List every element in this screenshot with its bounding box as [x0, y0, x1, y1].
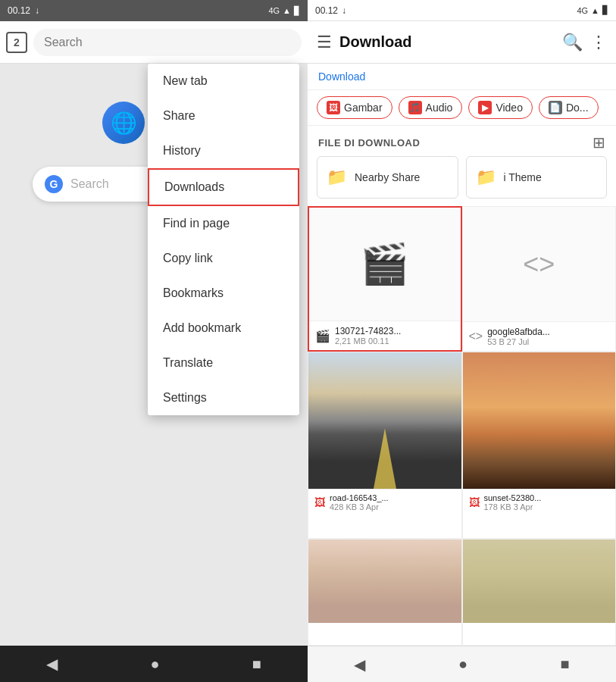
recents-button[interactable]: ■: [252, 655, 261, 673]
search-placeholder-text: Search: [44, 36, 83, 49]
folder-icon-theme: 📁: [476, 167, 496, 187]
folder-i-theme[interactable]: 📁 i Theme: [466, 156, 608, 199]
video-file-details: 130721-74823... 2,21 MB 00.11: [335, 326, 401, 346]
video-file-meta: 2,21 MB 00.11: [335, 336, 401, 346]
folder-icon-nearby: 📁: [327, 167, 347, 187]
menu-item-settings[interactable]: Settings: [148, 380, 299, 415]
browser-toolbar: 2 Search: [0, 21, 308, 64]
menu-item-bookmarks[interactable]: Bookmarks: [148, 276, 299, 311]
grass-photo-thumb: [463, 540, 616, 623]
page-title: Download: [339, 33, 555, 51]
road-photo-icon: 🖼: [314, 496, 325, 508]
right-time: 00.12: [315, 5, 338, 16]
chip-doc[interactable]: 📄 Do...: [539, 96, 599, 119]
section-label: FILE DI DOWNLOAD: [318, 137, 420, 149]
left-download-indicator: ↓: [35, 5, 39, 16]
video-thumbnail: 🎬: [309, 208, 461, 321]
code-icon-big: <>: [523, 249, 555, 280]
file-video[interactable]: 🎬 🎬 130721-74823... 2,21 MB 00.11: [308, 206, 462, 352]
sunset-photo-details: sunset-52380... 178 KB 3 Apr: [484, 493, 542, 512]
doc-chip-label: Do...: [566, 102, 589, 114]
right-back-button[interactable]: ◀: [354, 655, 365, 674]
audio-chip-label: Audio: [426, 102, 453, 114]
video-clapboard-icon: 🎬: [360, 241, 409, 287]
right-nav-bar: ◀ ● ■: [308, 646, 616, 682]
video-chip-icon: ▶: [478, 101, 492, 114]
road-photo-info: 🖼 road-166543_... 428 KB 3 Apr: [308, 489, 461, 515]
video-type-icon: 🎬: [315, 329, 330, 343]
road-photo-name: road-166543_...: [330, 493, 389, 502]
code-type-icon: <>: [469, 330, 483, 343]
code-file-name: google8afbda...: [487, 327, 550, 337]
sunset-photo-meta: 178 KB 3 Apr: [484, 502, 542, 512]
section-header: FILE DI DOWNLOAD ⊞: [308, 126, 616, 156]
file-code[interactable]: <> <> google8afbda... 53 B 27 Jul: [462, 206, 617, 352]
back-button[interactable]: ◀: [46, 655, 58, 673]
left-status-right: 4G ▲ ▊: [268, 6, 300, 16]
road-photo-details: road-166543_... 428 KB 3 Apr: [330, 493, 389, 512]
list-view-button[interactable]: ⊞: [593, 133, 605, 152]
menu-item-find-in-page[interactable]: Find in page: [148, 206, 299, 241]
right-toolbar: ☰ Download 🔍 ⋮: [308, 21, 616, 64]
right-network: 4G: [577, 6, 588, 15]
kite-photo-thumb: [308, 540, 461, 623]
home-button[interactable]: ●: [150, 655, 159, 673]
code-file-meta: 53 B 27 Jul: [487, 337, 550, 346]
road-photo-thumb: [308, 352, 461, 489]
sunset-photo-icon: 🖼: [469, 496, 480, 508]
google-logo: G: [45, 175, 63, 193]
right-home-button[interactable]: ●: [458, 655, 467, 673]
photo-grass[interactable]: [462, 539, 617, 646]
left-status-time-area: 00.12 ↓: [8, 5, 39, 16]
left-status-bar: 00.12 ↓ 4G ▲ ▊: [0, 0, 308, 21]
code-file-details: google8afbda... 53 B 27 Jul: [487, 327, 550, 346]
menu-item-translate[interactable]: Translate: [148, 346, 299, 380]
bottom-search-placeholder: Search: [70, 177, 109, 191]
hamburger-menu-button[interactable]: ☰: [317, 33, 332, 52]
folder-nearby-share-label: Nearby Share: [355, 171, 420, 183]
video-file-name: 130721-74823...: [335, 326, 401, 336]
code-file-info: <> google8afbda... 53 B 27 Jul: [463, 321, 616, 351]
breadcrumb-download-link[interactable]: Download: [318, 70, 365, 83]
folder-nearby-share[interactable]: 📁 Nearby Share: [317, 156, 458, 199]
left-panel: 00.12 ↓ 4G ▲ ▊ 2 Search New tab Share Hi…: [0, 0, 308, 682]
sunset-photo-thumb: [463, 352, 616, 489]
photo-sunset[interactable]: 🖼 sunset-52380... 178 KB 3 Apr: [462, 352, 617, 538]
road-photo-meta: 428 KB 3 Apr: [330, 502, 389, 512]
chip-audio[interactable]: 🎵 Audio: [399, 96, 463, 119]
chip-video[interactable]: ▶ Video: [468, 96, 533, 119]
sunset-photo-info: 🖼 sunset-52380... 178 KB 3 Apr: [463, 489, 616, 515]
menu-item-history[interactable]: History: [148, 133, 299, 168]
photo-road[interactable]: 🖼 road-166543_... 428 KB 3 Apr: [308, 352, 462, 538]
gambar-chip-label: Gambar: [344, 102, 383, 114]
tab-count[interactable]: 2: [6, 32, 27, 53]
right-battery: ▊: [602, 5, 608, 15]
photo-kite[interactable]: [308, 539, 462, 646]
folder-i-theme-label: i Theme: [504, 171, 542, 183]
menu-item-new-tab[interactable]: New tab: [148, 64, 299, 99]
search-button[interactable]: 🔍: [562, 33, 583, 52]
menu-item-share[interactable]: Share: [148, 99, 299, 133]
menu-item-downloads[interactable]: Downloads: [148, 168, 299, 206]
file-grid: 🎬 🎬 130721-74823... 2,21 MB 00.11 <> <> …: [308, 206, 616, 646]
context-menu: New tab Share History Downloads Find in …: [148, 64, 299, 415]
right-status-bar: 00.12 ↓ 4G ▲ ▊: [308, 0, 616, 21]
left-signal: ▲: [283, 6, 291, 15]
url-search-bar[interactable]: Search: [33, 29, 302, 56]
chip-gambar[interactable]: 🖼 Gambar: [317, 96, 392, 119]
filter-chips-bar: 🖼 Gambar 🎵 Audio ▶ Video 📄 Do...: [308, 90, 616, 126]
sunset-photo-name: sunset-52380...: [484, 493, 542, 502]
audio-chip-icon: 🎵: [408, 101, 422, 114]
doc-chip-icon: 📄: [549, 101, 562, 114]
right-panel: 00.12 ↓ 4G ▲ ▊ ☰ Download 🔍 ⋮ Download 🖼…: [308, 0, 616, 682]
code-thumbnail: <>: [463, 207, 616, 321]
video-chip-label: Video: [496, 102, 523, 114]
menu-item-copy-link[interactable]: Copy link: [148, 241, 299, 276]
right-recents-button[interactable]: ■: [561, 655, 570, 673]
folders-row: 📁 Nearby Share 📁 i Theme: [308, 156, 616, 206]
left-battery: ▊: [294, 6, 300, 16]
chrome-icon: 🌐: [102, 102, 145, 144]
menu-item-add-bookmark[interactable]: Add bookmark: [148, 311, 299, 346]
gambar-chip-icon: 🖼: [327, 101, 340, 114]
more-options-button[interactable]: ⋮: [590, 33, 607, 52]
